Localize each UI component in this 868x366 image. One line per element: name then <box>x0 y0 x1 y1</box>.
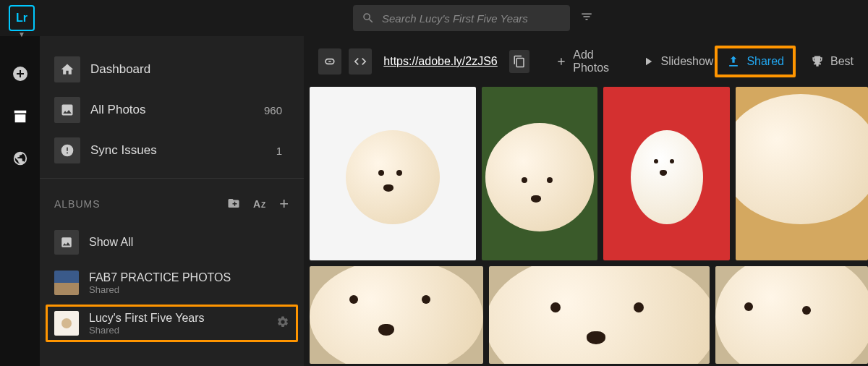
nav-count: 960 <box>264 104 282 116</box>
nav-count: 1 <box>276 145 282 157</box>
nav-label: All Photos <box>90 103 146 117</box>
sort-button[interactable]: AZ <box>253 198 266 210</box>
archive-icon <box>12 108 28 124</box>
code-icon <box>353 54 367 69</box>
album-sub: Shared <box>89 284 231 295</box>
link-icon <box>323 54 337 69</box>
clipboard-icon <box>513 55 526 68</box>
album-item-lucy[interactable]: Lucy's First Five Years Shared <box>40 303 304 344</box>
filter-button[interactable] <box>580 10 593 26</box>
album-toolbar: https://adobe.ly/2zJS6 Add Photos Slides… <box>304 36 868 87</box>
search-field[interactable] <box>353 5 570 31</box>
image-icon <box>54 97 80 123</box>
album-settings-button[interactable] <box>276 315 289 331</box>
albums-header-label: ALBUMS <box>54 198 101 210</box>
add-photos-button[interactable]: Add Photos <box>556 48 626 75</box>
sidebar-item-dashboard[interactable]: Dashboard <box>40 49 304 90</box>
album-item-fab7[interactable]: FAB7 PRACTICE PHOTOS Shared <box>40 263 304 303</box>
add-photos-label: Add Photos <box>573 48 626 75</box>
top-bar: Lr ▼ <box>0 0 868 36</box>
copy-button[interactable] <box>509 50 530 73</box>
alert-icon <box>54 137 80 163</box>
photo-thumbnail[interactable] <box>715 266 868 364</box>
search-input[interactable] <box>382 12 561 25</box>
album-name: Show All <box>89 236 133 249</box>
embed-button[interactable] <box>349 48 372 75</box>
main-area: Dashboard All Photos 960 Sync Issues 1 A… <box>0 36 868 366</box>
share-icon <box>726 54 741 69</box>
album-name: FAB7 PRACTICE PHOTOS <box>89 271 231 284</box>
best-label: Best <box>830 55 854 68</box>
photo-grid <box>304 87 868 366</box>
gear-icon <box>276 315 289 328</box>
archive-button[interactable] <box>12 108 28 127</box>
shared-label: Shared <box>746 55 784 68</box>
app-logo-text: Lr <box>16 12 27 25</box>
best-button[interactable]: Best <box>810 54 854 69</box>
photo-thumbnail[interactable] <box>482 87 597 260</box>
photo-thumbnail[interactable] <box>310 266 483 364</box>
slideshow-label: Slideshow <box>660 55 713 68</box>
album-sub: Shared <box>89 325 205 336</box>
shared-button[interactable]: Shared <box>720 50 790 73</box>
album-thumb <box>54 271 79 295</box>
slideshow-button[interactable]: Slideshow <box>642 55 713 68</box>
add-album-button[interactable]: + <box>279 195 289 213</box>
photo-thumbnail[interactable] <box>603 87 730 260</box>
sidebar: Dashboard All Photos 960 Sync Issues 1 A… <box>40 36 304 366</box>
album-name: Lucy's First Five Years <box>89 312 205 325</box>
globe-icon <box>12 150 28 166</box>
chevron-down-icon[interactable]: ▼ <box>18 30 25 38</box>
sidebar-item-all-photos[interactable]: All Photos 960 <box>40 90 304 130</box>
image-icon <box>54 230 79 255</box>
albums-header: ALBUMS AZ + <box>40 178 304 222</box>
photo-thumbnail[interactable] <box>310 87 476 260</box>
plus-circle-icon <box>12 65 29 82</box>
play-icon <box>642 55 655 68</box>
home-icon <box>54 56 80 82</box>
left-rail <box>0 36 40 366</box>
share-url[interactable]: https://adobe.ly/2zJS6 <box>379 55 501 68</box>
new-folder-button[interactable] <box>227 197 240 212</box>
album-show-all[interactable]: Show All <box>40 222 304 263</box>
photo-thumbnail[interactable] <box>736 87 868 260</box>
sidebar-item-sync-issues[interactable]: Sync Issues 1 <box>40 130 304 171</box>
app-logo[interactable]: Lr ▼ <box>9 5 35 31</box>
folder-plus-icon <box>227 197 240 210</box>
trophy-icon <box>810 54 825 69</box>
nav-label: Sync Issues <box>90 143 157 158</box>
web-button[interactable] <box>12 150 28 169</box>
funnel-icon <box>580 10 593 23</box>
plus-icon <box>556 55 567 68</box>
add-button[interactable] <box>12 65 29 85</box>
nav-label: Dashboard <box>90 62 150 77</box>
content-area: https://adobe.ly/2zJS6 Add Photos Slides… <box>304 36 868 366</box>
link-button[interactable] <box>318 48 341 75</box>
search-icon <box>362 12 375 25</box>
photo-thumbnail[interactable] <box>489 266 710 364</box>
album-thumb <box>54 311 79 336</box>
